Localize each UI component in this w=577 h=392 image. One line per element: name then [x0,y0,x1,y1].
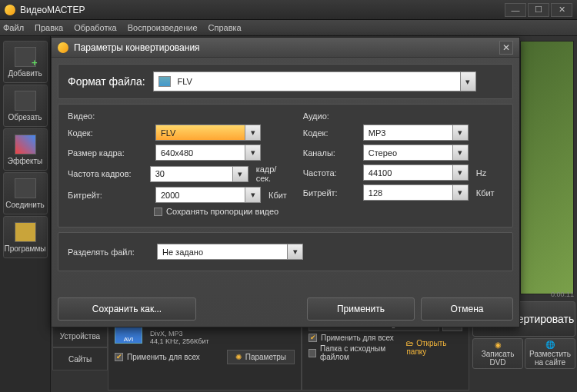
tab-sites[interactable]: Сайты [52,347,108,370]
minimize-button[interactable]: — [505,3,526,17]
frame-size-combo[interactable]: 640x480▾ [155,145,261,161]
format-apply-all[interactable]: ✔Применить для всех [115,353,200,361]
sidebar-join[interactable]: Соединить [3,172,48,214]
video-codec-combo[interactable]: FLV▾ [155,125,261,141]
menu-processing[interactable]: Обработка [74,23,116,32]
folder-open-icon: 🗁 [406,339,414,347]
chevron-down-icon: ▾ [460,72,475,91]
time-total: 0:00:11 [551,291,574,298]
close-window-button[interactable]: ✕ [551,3,572,17]
split-group: Разделять файл: Не задано▾ [58,232,513,271]
save-as-button[interactable]: Сохранить как... [58,297,196,321]
parameters-button[interactable]: ✺Параметры [227,350,295,364]
audio-bitrate-combo[interactable]: 128▾ [363,184,469,201]
file-format-group: Формат файла: FLV ▾ [58,64,513,99]
dialog-title: Параметры конвертирования [74,42,494,53]
sidebar-add[interactable]: Добавить [3,41,48,83]
keep-aspect-checkbox[interactable]: Сохранять пропорции видео [154,207,278,216]
globe-icon: 🌐 [545,341,555,349]
left-sidebar: Добавить Обрезать Эффекты Соединить Прог… [0,36,51,392]
fps-combo[interactable]: 30▾ [150,166,248,182]
file-format-label: Формат файла: [68,75,145,88]
sidebar-effects-label: Эффекты [8,157,42,165]
save-source-folder[interactable]: Папка с исходным файлом [309,344,406,361]
tab-devices[interactable]: Устройства [52,324,108,347]
cancel-button[interactable]: Отмена [421,297,513,321]
audio-section-label: Аудио: [303,111,503,121]
apply-button[interactable]: Применить [307,297,415,321]
dialog-icon [58,42,68,53]
gear-icon: ✺ [235,353,242,361]
audio-codec-combo[interactable]: MP3▾ [363,125,469,141]
join-icon [15,178,36,198]
trim-icon [15,91,36,111]
app-logo-icon [5,5,15,15]
open-folder-link[interactable]: 🗁 Открыть папку [406,339,462,356]
menu-playback[interactable]: Воспроизведение [128,23,198,32]
menu-help[interactable]: Справка [208,23,242,32]
menu-edit[interactable]: Правка [35,23,63,32]
maximize-button[interactable]: ☐ [528,3,549,17]
video-bitrate-combo[interactable]: 2000▾ [155,187,261,203]
sidebar-programs[interactable]: Программы [3,216,48,258]
window-titlebar: ВидеоМАСТЕР — ☐ ✕ [0,0,577,20]
file-format-value: FLV [154,72,460,91]
sidebar-effects[interactable]: Эффекты [3,128,48,171]
sidebar-trim[interactable]: Обрезать [3,85,48,127]
video-section-label: Видео: [68,111,289,121]
file-format-combo[interactable]: FLV ▾ [153,71,476,91]
disc-icon: ◉ [495,341,502,349]
burn-dvd-button[interactable]: ◉Записать DVD [472,338,523,369]
split-file-combo[interactable]: Не задано▾ [157,244,303,260]
add-icon [15,47,36,67]
sidebar-add-label: Добавить [8,69,42,78]
audio-freq-combo[interactable]: 44100▾ [363,164,469,181]
codec-group: Видео: Кодек: FLV▾ Размер кадра: 640x480… [58,104,513,228]
conversion-params-dialog: Параметры конвертирования ✕ Формат файла… [51,37,520,327]
publish-button[interactable]: 🌐Разместить на сайте [525,338,575,369]
menu-bar: Файл Правка Обработка Воспроизведение Сп… [0,20,577,36]
menu-file[interactable]: Файл [3,23,24,32]
sidebar-join-label: Соединить [5,201,44,209]
effects-icon [15,135,36,154]
save-apply-all[interactable]: ✔Применить для всех [309,334,406,342]
audio-channels-combo[interactable]: Стерео▾ [363,145,469,161]
programs-icon [15,222,36,242]
sidebar-trim-label: Обрезать [8,113,42,121]
window-title: ВидеоМАСТЕР [20,5,505,15]
format-detail: DivX, MP3 44,1 KHz, 256Кбит [150,330,209,345]
sidebar-programs-label: Программы [4,244,45,253]
dialog-close-button[interactable]: ✕ [499,41,513,55]
